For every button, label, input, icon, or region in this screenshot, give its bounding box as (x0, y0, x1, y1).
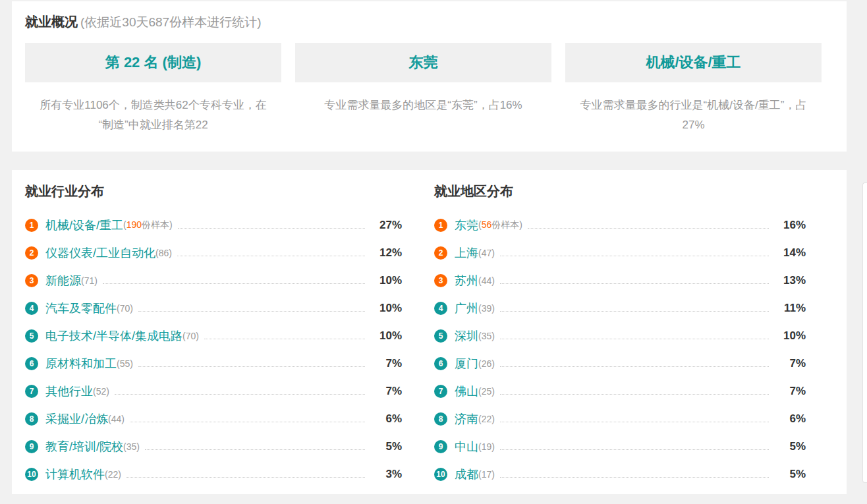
dotted-leader (103, 283, 365, 284)
item-percent: 7% (775, 357, 806, 370)
list-item: 5电子技术/半导体/集成电路(70)10% (25, 322, 402, 350)
item-percent: 27% (372, 219, 402, 232)
stat-top-region-headline: 东莞 (295, 43, 551, 82)
item-name-link[interactable]: 中山 (455, 439, 478, 455)
item-name-link[interactable]: 计算机软件 (45, 466, 105, 482)
stat-rank: 第 22 名 (制造) 所有专业1106个，制造类共62个专科专业，在“制造”中… (25, 43, 281, 135)
item-percent: 10% (372, 274, 402, 287)
item-name-link[interactable]: 佛山 (455, 383, 478, 399)
sample-count: (26) (478, 358, 495, 369)
rank-badge: 2 (434, 246, 447, 260)
item-name-link[interactable]: 济南 (455, 411, 478, 427)
list-item: 4汽车及零配件(70)10% (25, 294, 402, 322)
industry-ranking-list: 1机械/设备/重工(190份样本)27%2仪器仪表/工业自动化(86)12%3新… (25, 211, 402, 488)
rank-badge: 6 (434, 357, 447, 370)
rank-badge: 10 (25, 468, 38, 481)
rank-badge: 8 (25, 412, 38, 426)
item-percent: 10% (372, 329, 402, 343)
rank-badge: 6 (25, 357, 38, 370)
sample-count: (22) (478, 414, 495, 424)
stat-top-region-description: 专业需求量最多的地区是“东莞”，占16% (303, 96, 544, 115)
list-item: 5深圳(35)10% (434, 322, 806, 350)
sample-count: (25) (478, 386, 495, 397)
rank-badge: 9 (434, 440, 447, 453)
dotted-leader (500, 449, 769, 450)
sample-count: (56份样本) (478, 219, 522, 231)
stat-top-region: 东莞 专业需求量最多的地区是“东莞”，占16% (295, 43, 551, 135)
stat-top-industry-description: 专业需求量最多的行业是“机械/设备/重工”，占27% (573, 96, 814, 135)
dotted-leader (130, 422, 365, 422)
stat-rank-headline: 第 22 名 (制造) (25, 43, 281, 82)
rank-badge: 1 (434, 219, 447, 232)
item-name-link[interactable]: 广州 (455, 300, 478, 316)
item-name-link[interactable]: 成都 (455, 466, 478, 482)
region-ranking-list: 1东莞(56份样本)16%2上海(47)14%3苏州(44)13%4广州(39)… (434, 211, 806, 488)
distribution-card: 就业行业分布 1机械/设备/重工(190份样本)27%2仪器仪表/工业自动化(8… (12, 170, 847, 494)
dotted-leader (204, 339, 365, 339)
sample-count: (47) (478, 248, 495, 258)
region-distribution-title: 就业地区分布 (434, 182, 806, 200)
item-name-link[interactable]: 电子技术/半导体/集成电路 (45, 328, 182, 344)
list-item: 9教育/培训/院校(35)5% (25, 433, 402, 461)
overview-header: 就业概况(依据近30天687份样本进行统计) (25, 13, 822, 31)
stat-boxes: 第 22 名 (制造) 所有专业1106个，制造类共62个专科专业，在“制造”中… (25, 43, 822, 135)
sample-count: (35) (478, 331, 495, 341)
list-item: 6厦门(26)7% (434, 350, 806, 378)
sample-count: (44) (478, 275, 495, 286)
item-name-link[interactable]: 机械/设备/重工 (45, 217, 123, 233)
item-name-link[interactable]: 采掘业/冶炼 (45, 411, 108, 427)
item-name-link[interactable]: 上海 (455, 245, 478, 261)
overview-title: 就业概况 (25, 14, 78, 29)
list-item: 2上海(47)14% (434, 239, 806, 267)
item-percent: 10% (372, 302, 402, 315)
rank-badge: 7 (434, 385, 447, 398)
rank-badge: 9 (25, 440, 38, 453)
item-name-link[interactable]: 仪器仪表/工业自动化 (45, 245, 155, 261)
rank-badge: 5 (25, 329, 38, 343)
stat-top-industry: 机械/设备/重工 专业需求量最多的行业是“机械/设备/重工”，占27% (565, 43, 822, 135)
item-name-link[interactable]: 教育/培训/院校 (45, 439, 123, 455)
sample-count: (52) (93, 386, 109, 397)
list-item: 9中山(19)5% (434, 433, 806, 461)
list-item: 10计算机软件(22)3% (25, 461, 402, 488)
list-item: 1东莞(56份样本)16% (434, 211, 806, 239)
item-name-link[interactable]: 深圳 (455, 328, 478, 344)
item-name-link[interactable]: 其他行业 (45, 383, 93, 399)
sample-count: (71) (81, 275, 98, 286)
list-item: 7佛山(25)7% (434, 378, 806, 405)
dotted-leader (500, 366, 769, 367)
dotted-leader (500, 311, 769, 312)
rank-badge: 5 (434, 329, 447, 343)
rank-badge: 2 (25, 246, 38, 260)
stat-rank-description: 所有专业1106个，制造类共62个专科专业，在“制造”中就业排名第22 (33, 96, 273, 135)
item-name-link[interactable]: 新能源 (45, 273, 81, 289)
list-item: 3新能源(71)10% (25, 267, 402, 294)
rank-badge: 8 (434, 412, 447, 426)
item-name-link[interactable]: 东莞 (455, 217, 478, 233)
dotted-leader (500, 422, 769, 422)
sample-count: (55) (117, 358, 133, 369)
item-name-link[interactable]: 汽车及零配件 (45, 300, 117, 316)
dotted-leader (177, 256, 365, 256)
rank-badge: 7 (25, 385, 38, 398)
item-percent: 5% (775, 468, 806, 481)
item-percent: 3% (372, 468, 402, 481)
dotted-leader (500, 394, 769, 395)
item-percent: 7% (372, 385, 402, 398)
item-percent: 16% (775, 219, 806, 232)
dotted-leader (500, 256, 769, 256)
sample-count: (70) (182, 331, 199, 341)
rank-badge: 3 (434, 274, 447, 287)
sample-count: (70) (117, 303, 133, 314)
list-item: 1机械/设备/重工(190份样本)27% (25, 211, 402, 239)
rank-badge: 4 (434, 302, 447, 315)
item-name-link[interactable]: 原材料和加工 (45, 356, 117, 372)
sample-count: (19) (478, 441, 495, 452)
item-percent: 12% (372, 246, 402, 260)
dotted-leader (145, 449, 365, 450)
list-item: 7其他行业(52)7% (25, 378, 402, 405)
rank-badge: 1 (25, 219, 38, 232)
item-name-link[interactable]: 苏州 (455, 273, 478, 289)
item-name-link[interactable]: 厦门 (455, 356, 478, 372)
industry-distribution-column: 就业行业分布 1机械/设备/重工(190份样本)27%2仪器仪表/工业自动化(8… (25, 182, 402, 494)
